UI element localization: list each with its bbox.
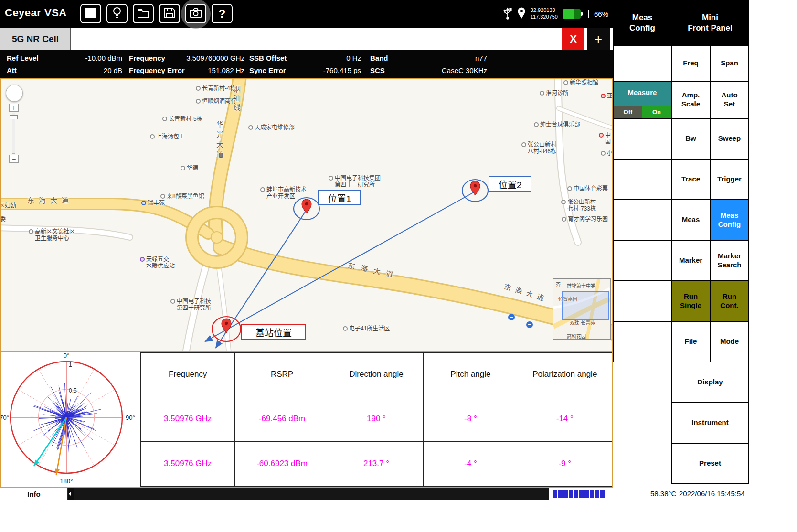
help-button[interactable]: ? — [212, 4, 233, 23]
map-poi: 高新区文锦社区 卫生服务中心 — [29, 228, 75, 242]
poi-marker-icon — [601, 151, 606, 156]
frequency-readout: Frequency3.509760000 GHz — [129, 54, 244, 62]
progress-segment — [569, 490, 573, 498]
info-button[interactable]: Info — [0, 488, 68, 500]
transit-icon — [508, 314, 515, 320]
usb-icon — [503, 7, 512, 21]
table-cell: -14 ° — [518, 396, 612, 442]
battery-separator — [588, 10, 589, 18]
polar-angle-label: 180° — [60, 478, 73, 485]
battery-percent: 66% — [594, 10, 608, 18]
file-button[interactable]: File — [671, 321, 710, 362]
result-area: + − 齐蚌埠第十中学位置嘉园双珠·长青苑高科花园 位置1位置2基站位置长青新村… — [0, 78, 613, 488]
measure-on-option[interactable]: On — [642, 106, 671, 118]
map-area[interactable]: + − 齐蚌埠第十中学位置嘉园双珠·长青苑高科花园 位置1位置2基站位置长青新村… — [1, 79, 612, 352]
table-cell: 3.50976 GHz — [141, 441, 235, 487]
progress-segment — [553, 490, 557, 498]
temperature-readout: 58.38°C — [650, 489, 676, 498]
preset-button[interactable]: Preset — [671, 443, 749, 484]
poi-marker-icon — [329, 176, 333, 181]
map-pan-control[interactable] — [6, 85, 23, 102]
measure-off-option[interactable]: Off — [614, 106, 642, 118]
progress-segment — [558, 490, 563, 498]
table-header-cell: RSRP — [235, 353, 329, 396]
meas-config-button[interactable]: Meas Config — [710, 200, 749, 240]
base-label: 基站位置 — [241, 324, 306, 340]
band-readout: Bandn77 — [370, 54, 487, 62]
polar-angle-label: 0° — [64, 352, 69, 359]
mini-front-panel-header: Mini Front Panel — [671, 0, 749, 45]
map-poi: 亚 — [601, 93, 612, 99]
meas-button[interactable]: Meas — [671, 200, 710, 240]
poi-marker-icon — [150, 134, 155, 139]
screenshot-button[interactable] — [185, 4, 206, 23]
ref-level-readout: Ref Level-10.00 dBm — [7, 54, 122, 62]
bulb-icon — [112, 7, 122, 21]
display-button[interactable]: Display — [671, 362, 749, 403]
polar-angle-label: 90° — [126, 414, 135, 421]
marker-search-button[interactable]: Marker Search — [710, 240, 749, 281]
measurement-info-bar: Ref Level-10.00 dBm Frequency3.509760000… — [0, 50, 613, 78]
tab-bar: 5G NR Cell X + — [0, 28, 613, 50]
top-bar: Ceyear VSA ? — [0, 0, 613, 28]
window-layout-button[interactable] — [80, 4, 101, 23]
add-tab-button[interactable]: + — [587, 28, 610, 50]
map-poi: 来8酸菜黑鱼馆 — [160, 193, 204, 200]
map-roads — [1, 79, 612, 352]
poi-marker-icon — [248, 125, 253, 130]
poi-marker-icon — [196, 86, 201, 91]
poi-marker-icon — [141, 201, 146, 205]
close-tab-button[interactable]: X — [562, 28, 584, 50]
run-single-button[interactable]: Run Single — [671, 281, 710, 321]
polar-radius-tick: 0.5 — [69, 387, 77, 394]
bw-button[interactable]: Bw — [671, 118, 710, 159]
minimap-label: 位置嘉园 — [558, 295, 577, 302]
minimap-label: 齐 — [556, 280, 561, 287]
freq-button[interactable]: Freq — [671, 45, 710, 81]
zoom-out-button[interactable]: − — [9, 155, 19, 163]
minimap-label: 高科花园 — [567, 332, 586, 340]
zoom-slider-handle[interactable] — [10, 115, 18, 119]
hint-button[interactable] — [106, 4, 128, 23]
scs-readout: SCSCaseC 30KHz — [370, 66, 487, 74]
map-poi: 张公山新村 七村-733栋 — [561, 199, 596, 213]
pos1-label: 位置1 — [318, 190, 361, 205]
battery-icon — [563, 9, 581, 19]
mode-button[interactable]: Mode — [710, 321, 749, 362]
minimap[interactable]: 齐蚌埠第十中学位置嘉园双珠·长青苑高科花园 — [553, 278, 611, 340]
measure-toggle[interactable]: Measure Off On — [613, 81, 671, 118]
map-zoom-slider[interactable]: + − — [9, 104, 19, 163]
table-cell: -9 ° — [518, 441, 612, 487]
minimap-label: 双珠·长青苑 — [570, 319, 595, 326]
instrument-button[interactable]: Instrument — [671, 403, 749, 443]
analysis-panel: 0°90°180°270°10.5 FrequencyRSRPDirection… — [1, 351, 612, 487]
zoom-in-button[interactable]: + — [9, 104, 19, 112]
file-open-button[interactable] — [133, 4, 154, 23]
statusbar-resize-handle[interactable] — [68, 488, 74, 500]
trigger-button[interactable]: Trigger — [710, 159, 749, 200]
table-cell: -60.6923 dBm — [235, 441, 329, 487]
table-header-cell: Polarization angle — [518, 353, 612, 396]
meas-config-slot — [613, 240, 671, 281]
polar-plot: 0°90°180°270°10.5 — [1, 352, 140, 487]
span-button[interactable]: Span — [710, 45, 749, 81]
map-poi: 中国电子科技 第四十研究所 — [170, 298, 211, 312]
auto-set-button[interactable]: Auto Set — [710, 81, 749, 118]
sweep-button[interactable]: Sweep — [710, 118, 749, 159]
run-cont-button[interactable]: Run Cont. — [710, 281, 749, 321]
trace-button[interactable]: Trace — [671, 159, 710, 200]
save-button[interactable] — [159, 4, 180, 23]
poi-marker-icon — [563, 80, 568, 85]
road-label: 华光大道 — [214, 121, 224, 161]
marker-button[interactable]: Marker — [671, 240, 710, 281]
map-poi: 长青新村-4栋 — [196, 85, 236, 92]
amp-scale-button[interactable]: Amp. Scale — [671, 81, 710, 118]
map-poi: 新华照相馆 — [563, 79, 598, 86]
frequency-error-readout: Frequency Error151.082 Hz — [129, 66, 244, 74]
table-cell: 3.50976 GHz — [141, 396, 235, 442]
tab-5g-nr-cell[interactable]: 5G NR Cell — [0, 28, 71, 50]
sync-error-readout: Sync Error-760.415 ps — [249, 66, 361, 74]
poi-marker-icon — [540, 91, 544, 96]
meas-config-slot — [613, 159, 671, 200]
progress-segment — [590, 490, 594, 498]
